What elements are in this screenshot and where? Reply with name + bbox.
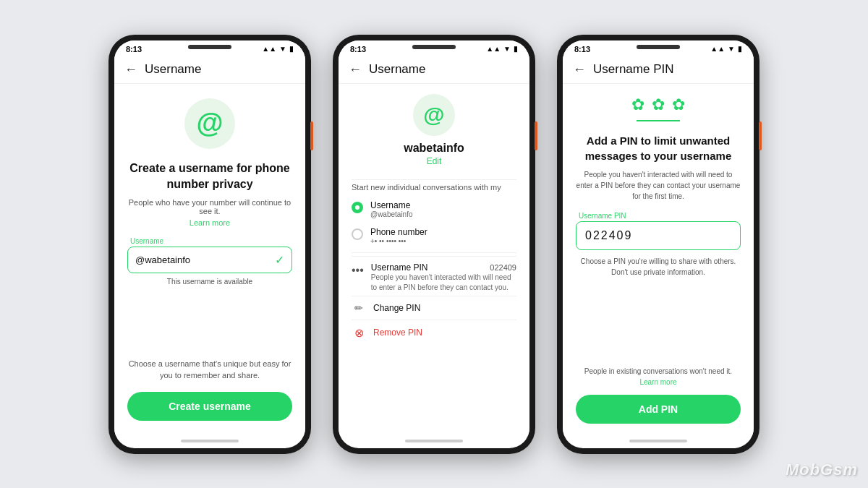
watermark: MobGsm [786,461,858,479]
radio-phone-text: Phone number +• •• •••• ••• [370,227,427,245]
pin-title-row: Username PIN 022409 [371,262,516,273]
available-text: This username is available [167,278,252,286]
screen-content-1: @ Create a username for phone number pri… [114,84,305,435]
change-pin-label[interactable]: Change PIN [373,303,420,313]
status-bar-3: 8:13 ▲▲ ▼ ▮ [563,40,754,56]
pin-section: ••• Username PIN 022409 People you haven… [352,256,516,296]
remove-pin-label[interactable]: Remove PIN [373,328,422,338]
phone1-subtitle: People who have your number will continu… [127,198,292,215]
phone3-bottom: People in existing conversations won't n… [576,367,741,424]
battery-icon-3: ▮ [738,45,742,53]
remove-circle-icon: ⊗ [352,326,366,340]
check-icon: ✓ [275,253,284,267]
learn-more-link-1[interactable]: Learn more [190,218,230,227]
pin-input-group: Username PIN [576,212,741,250]
top-bar-1: ← Username [114,56,305,84]
phone-3-screen: 8:13 ▲▲ ▼ ▮ ← Username PIN ✿ ✿ ✿ Add a P… [563,40,754,448]
add-pin-button[interactable]: Add PIN [576,395,741,424]
page-title-2: Username [369,62,425,77]
back-button-2[interactable]: ← [349,62,362,77]
phone2-body: @ wabetainfo Edit Start new individual c… [339,84,529,435]
pin-dots-icon: ••• [352,264,364,277]
wifi-icon-3: ▼ [728,45,735,53]
battery-icon-1: ▮ [289,45,294,53]
pin-choose-hint: Choose a PIN you're willing to share wit… [576,256,741,278]
phone-1-screen: 8:13 ▲▲ ▼ ▮ ← Username @ Create a userna… [114,40,305,448]
pin-value-display: 022409 [490,263,516,272]
home-indicator-2 [405,440,463,442]
pin-description: People you haven't interacted with will … [371,273,516,293]
radio-username-icon[interactable] [352,202,363,213]
page-title-1: Username [145,62,201,77]
phone3-subtitle: People you haven't interacted with will … [576,169,741,202]
radio-phone-title: Phone number [370,227,427,237]
home-indicator-3 [629,440,687,442]
page-title-3: Username PIN [593,62,673,77]
status-time-1: 8:13 [126,45,142,53]
radio-username-sub: @wabetainfo [370,210,413,218]
section-label: Start new individual conversations with … [352,183,501,192]
divider-top [352,179,516,180]
battery-icon-2: ▮ [514,45,518,53]
radio-option-username[interactable]: Username @wabetainfo [352,196,516,223]
pin-info: Username PIN 022409 People you haven't i… [371,262,516,293]
phone-2-screen: 8:13 ▲▲ ▼ ▮ ← Username @ wabetainfo Edit… [339,40,529,448]
pin-input-label: Username PIN [579,212,741,220]
status-icons-3: ▲▲ ▼ ▮ [710,45,742,53]
signal-icon-2: ▲▲ [486,45,501,53]
back-button-3[interactable]: ← [573,62,586,77]
phone3-body: ✿ ✿ ✿ Add a PIN to limit unwanted messag… [563,84,754,435]
pin-underline [637,120,680,121]
wifi-icon-1: ▼ [279,45,286,53]
screen-content-3: ✿ ✿ ✿ Add a PIN to limit unwanted messag… [563,84,754,435]
radio-phone-sub: +• •• •••• ••• [370,237,427,245]
username-display: wabetainfo [404,142,464,155]
radio-username-title: Username [370,200,413,210]
status-time-3: 8:13 [574,45,590,53]
bottom-note: People in existing conversations won't n… [576,367,741,375]
create-username-button[interactable]: Create username [127,392,292,421]
pin-dot-2: ✿ [652,95,665,114]
username-input-label: Username [130,237,292,245]
bottom-learn-more[interactable]: Learn more [576,378,741,386]
status-icons-2: ▲▲ ▼ ▮ [486,45,518,53]
pin-title: Username PIN [371,262,428,273]
radio-option-phone[interactable]: Phone number +• •• •••• ••• [352,223,516,249]
status-time-2: 8:13 [350,45,366,53]
pin-dot-1: ✿ [631,95,644,114]
username-input-wrapper[interactable]: ✓ [127,247,292,273]
edit-link[interactable]: Edit [427,156,442,166]
at-symbol-2: @ [423,103,444,127]
phone1-hint: Choose a username that's unique but easy… [127,358,292,382]
phone3-title: Add a PIN to limit unwanted messages to … [576,133,741,163]
remove-pin-row[interactable]: ⊗ Remove PIN [352,320,516,346]
username-input-group: Username ✓ [127,237,292,273]
screen-content-2: @ wabetainfo Edit Start new individual c… [339,84,529,435]
home-indicator-1 [181,440,239,442]
phone-2: 8:13 ▲▲ ▼ ▮ ← Username @ wabetainfo Edit… [333,35,535,454]
status-bar-2: 8:13 ▲▲ ▼ ▮ [339,40,529,56]
radio-phone-icon[interactable] [352,228,363,240]
pin-dot-3: ✿ [672,95,685,114]
pin-input-field[interactable] [576,221,741,250]
username-input[interactable] [135,254,275,265]
pin-dots-display: ✿ ✿ ✿ [631,95,685,114]
change-pin-row[interactable]: ✏ Change PIN [352,296,516,320]
status-icons-1: ▲▲ ▼ ▮ [262,45,294,53]
top-bar-3: ← Username PIN [563,56,754,84]
back-button-1[interactable]: ← [124,62,137,77]
signal-icon-3: ▲▲ [710,45,725,53]
phone-3: 8:13 ▲▲ ▼ ▮ ← Username PIN ✿ ✿ ✿ Add a P… [557,35,760,454]
phone-1: 8:13 ▲▲ ▼ ▮ ← Username @ Create a userna… [109,35,311,454]
at-symbol-1: @ [196,108,223,139]
wifi-icon-2: ▼ [503,45,511,53]
phone1-body: @ Create a username for phone number pri… [114,84,305,435]
divider-mid [352,252,516,253]
signal-icon-1: ▲▲ [262,45,276,53]
pencil-icon: ✏ [352,302,366,314]
at-icon-large: @ [184,98,235,149]
top-bar-2: ← Username [339,56,529,84]
radio-username-text: Username @wabetainfo [370,200,413,218]
at-icon-medium: @ [413,94,455,136]
status-bar-1: 8:13 ▲▲ ▼ ▮ [114,40,305,56]
